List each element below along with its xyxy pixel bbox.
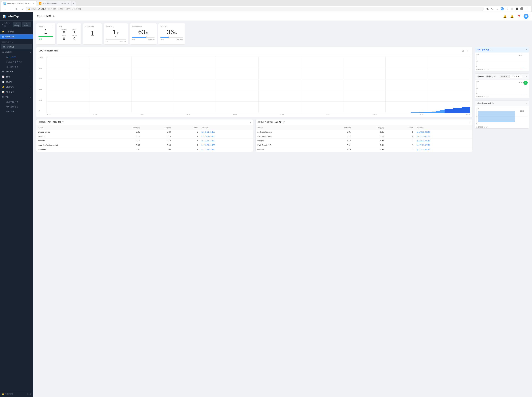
cpu-row-count-2: 1 <box>172 139 200 143</box>
forward-button[interactable]: › <box>9 7 13 11</box>
x-label-1825: 18:25 <box>47 113 51 115</box>
browser-tab-2[interactable]: A EC2 Management Console ✕ <box>37 1 71 6</box>
memory-top5-expand[interactable]: › <box>526 102 527 105</box>
sidebar-resource-equalizer[interactable]: 리소스 이퀄라이저 <box>0 60 33 64</box>
disk-io-info-icon[interactable]: ⓘ <box>495 75 496 78</box>
group-label: 그룹 없음 <box>4 22 12 27</box>
sidebar-sitemap[interactable]: ⊞ 사이트맵 <box>1 44 32 49</box>
sidebar-analysis[interactable]: 📈 분석 › <box>0 74 33 79</box>
home-button[interactable]: ⌂ <box>20 7 24 11</box>
back-button[interactable]: ‹ <box>3 7 7 11</box>
sidebar-bottom[interactable]: 💳 이용 내역 ⊟ ⊞ <box>0 391 33 397</box>
tab1-close[interactable]: ✕ <box>33 2 34 5</box>
sidebar-alert[interactable]: 🔔 경고 알림 › <box>0 84 33 89</box>
avg-disk-bar-marker <box>169 36 169 38</box>
collapse-icon[interactable]: ‹ <box>2 24 3 26</box>
screenshot-icon[interactable]: ⬜ <box>510 7 514 11</box>
add-group-button[interactable]: + Group <box>13 22 21 27</box>
resource-board-label: 리소스보드 <box>6 56 16 58</box>
analysis-expand: › <box>31 76 31 78</box>
process-memory-row-0: node dist/index.js 6.35 6.35 1 ip-172-31… <box>256 130 472 134</box>
cpu-top5-info-icon[interactable]: ⓘ <box>490 49 492 51</box>
sidebar-dashboard[interactable]: ⊟ 대시보드 ▼ <box>0 50 33 55</box>
profile-icon[interactable] <box>520 7 524 11</box>
address-bar[interactable]: 🔒 service.whatap.io ezset-apm [15038] – … <box>26 7 484 11</box>
servers-arrow[interactable]: › <box>53 25 53 27</box>
add-project-button[interactable]: + Project <box>22 22 31 27</box>
reload-button[interactable]: ↻ <box>14 7 18 11</box>
tab2-close[interactable]: ✕ <box>67 2 69 5</box>
process-memory-expand[interactable]: › <box>469 121 470 124</box>
memory-top5-server-label: ip-172-31-42-150 <box>476 126 528 128</box>
sidebar-report[interactable]: 📄 보고서 <box>0 79 33 84</box>
tab1-label: ezset-apm [15038] - Server M... <box>7 2 31 4</box>
browser-tab-1[interactable]: 📊 ezset-apm [15038] - Server M... ✕ <box>1 1 37 6</box>
shield-icon[interactable]: 🛡 <box>490 7 495 11</box>
report-label: 보고서 <box>6 81 12 83</box>
sidebar-maintenance[interactable]: 정비 계획 <box>0 109 33 114</box>
agent-settings-label: 에이전트 설정 <box>6 105 18 108</box>
download-manager-icon[interactable]: ⬇ <box>505 7 509 11</box>
sidebar-resource-board[interactable]: 리소스보드 <box>0 55 33 60</box>
minimize-icon[interactable]: ⊟ <box>27 393 28 395</box>
avg-cpu-range: 1% Max 1% <box>106 41 126 42</box>
url-text: service.whatap.io <box>31 8 46 10</box>
sidebar-toggle-icon[interactable]: ⬛ <box>515 7 519 11</box>
cpu-row-count-4: 1 <box>172 147 200 152</box>
mem-row-servers-3: ip-172-31-42-150 <box>415 143 472 147</box>
x-label-1827: 18:27 <box>140 113 144 115</box>
mem-row-name-2: mongod <box>256 139 318 143</box>
process-cpu-expand[interactable]: › <box>250 121 251 124</box>
process-cpu-info-icon[interactable]: ⓘ <box>62 121 64 124</box>
help-icon[interactable]: ❓ <box>517 14 521 19</box>
sidebar-no-group-item[interactable]: 📁 그룹 없음 <box>0 29 33 34</box>
process-memory-info-icon[interactable]: ⓘ <box>283 121 285 124</box>
disk-io-y-0: 0 <box>476 93 477 94</box>
process-cpu-row-0: whatap_infrad 0.45 0.23 2 ip-172-31-42-1… <box>36 130 253 134</box>
maximize-icon[interactable]: ⊞ <box>30 393 31 395</box>
cpu-map-inner: 18:25 18:26 18:27 18:28 18:29 18:30 18:3… <box>47 56 470 115</box>
sidebar-management[interactable]: ⚙ 관리 ▼ <box>0 94 33 99</box>
sidebar-item-ezset-apm[interactable]: ▣ ezset-apm › <box>0 34 33 39</box>
sidebar-agent-settings[interactable]: 에이전트 설정 <box>0 104 33 109</box>
disk-io-toggle[interactable]: DISK I/O <box>500 75 510 78</box>
col-name-mem: Name <box>256 125 318 130</box>
col-count-mem: Count <box>386 125 415 130</box>
avg-disk-bar <box>160 37 183 38</box>
server-settings-icon: 📊 <box>2 91 5 93</box>
disk-io-expand[interactable]: › <box>526 75 527 78</box>
management-icon: ⚙ <box>2 96 4 98</box>
col-max-cpu: Max(%) <box>110 125 141 130</box>
memory-top5-info-icon[interactable]: ⓘ <box>492 102 494 105</box>
star-icon[interactable]: ☆ <box>495 7 499 11</box>
sidebar-server-list[interactable]: ☰ 서버 목록 › <box>0 69 33 74</box>
servers-status: 정상 <box>38 38 53 40</box>
header-refresh-icon[interactable]: ↻ <box>53 15 55 18</box>
whatap-ext-icon[interactable]: W <box>500 7 504 11</box>
disk-iops-toggle[interactable]: DISK IOPS <box>510 75 522 78</box>
mem-row-name-1: PM2 v4.4.0: God <box>256 134 318 139</box>
sidebar-server-settings[interactable]: 📊 서버 설정 › <box>0 89 33 94</box>
extensions-icon[interactable]: 🔌 <box>485 7 489 11</box>
analysis-icon: 📈 <box>2 75 5 78</box>
grid-v-3 <box>174 56 174 113</box>
sidebar-project-management[interactable]: 프로젝트 관리 <box>0 99 33 104</box>
cpu-map-grid-icon[interactable]: ⊞ <box>460 49 465 53</box>
user-avatar[interactable]: U <box>524 14 528 19</box>
sidebar-compound-eye[interactable]: 컴파운드아이 <box>0 64 33 69</box>
process-memory-table-header: Name Max(%) Avg(%) Count Servers <box>256 125 472 130</box>
new-tab-button[interactable]: + <box>72 1 75 6</box>
avg-cpu-bar <box>106 39 126 40</box>
dashboard-expand: ▼ <box>30 51 31 53</box>
grid-v-6 <box>301 56 301 113</box>
avg-memory-value: 63 <box>138 28 145 36</box>
avg-cpu-value-row: 1 % <box>106 28 126 36</box>
cpu-row-max-2: 0.10 <box>110 139 141 143</box>
menu-button[interactable]: ⋮ <box>525 7 529 11</box>
mem-row-avg-1: 3.06 <box>352 134 385 139</box>
notification-settings-icon[interactable]: 🔔 <box>502 14 508 19</box>
avg-memory-bar-marker <box>146 36 147 38</box>
cpu-map-settings-icon[interactable]: ○ <box>466 49 470 53</box>
cpu-top5-expand[interactable]: › <box>526 49 527 51</box>
alert-bell-icon[interactable]: 🔔 <box>509 14 514 19</box>
